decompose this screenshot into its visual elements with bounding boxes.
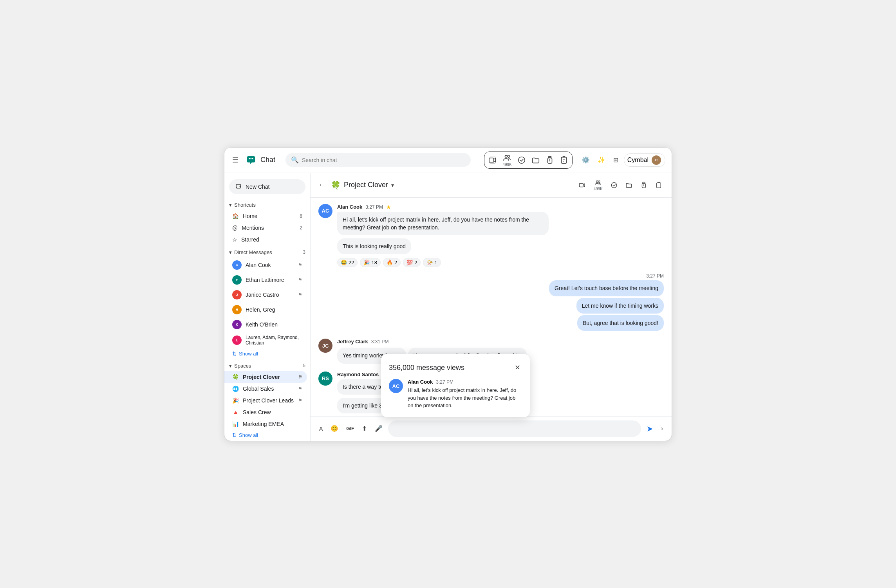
reaction-horn[interactable]: 📯 1: [423, 258, 441, 267]
space-sales-crew[interactable]: 🔺 Sales Crew: [224, 406, 307, 418]
space-project-clover[interactable]: 🍀 Project Clover ⚑: [224, 371, 307, 383]
search-input[interactable]: [302, 157, 465, 163]
video-icon: [488, 156, 497, 164]
title-dropdown-icon[interactable]: ▾: [391, 182, 394, 188]
task-icon: [517, 156, 526, 164]
top-bar: ☰ Chat 🔍: [224, 148, 672, 173]
reaction-count-1: 22: [349, 260, 354, 265]
new-chat-button[interactable]: New Chat: [229, 179, 305, 194]
sidebar-item-starred[interactable]: ☆ Starred: [224, 234, 307, 245]
pin-icon-ethan: ⚑: [298, 277, 302, 283]
dm-helen-greg[interactable]: H Helen, Greg: [224, 302, 307, 317]
chevron-down-icon-spaces: ▾: [229, 363, 232, 369]
shortcuts-header[interactable]: ▾ Shortcuts: [224, 200, 310, 210]
leads-emoji: 🎉: [232, 397, 239, 404]
chevron-down-icon-dm: ▾: [229, 249, 232, 255]
dm-alan-cook[interactable]: A Alan Cook ⚑: [224, 258, 307, 272]
chevron-updown-icon-spaces: ⇅: [232, 432, 237, 438]
sidebar-item-mentions[interactable]: @ Mentions 2: [224, 222, 307, 234]
msg1-bubble-2: This is looking really good: [337, 238, 411, 254]
dm-avatar-keith: K: [232, 320, 242, 329]
reaction-emoji-4: 💯: [406, 260, 413, 265]
dm-header[interactable]: ▾ Direct Messages 3: [224, 247, 310, 258]
dm-avatar-lauren: L: [232, 335, 242, 345]
star-icon: ☆: [232, 236, 237, 243]
mentions-label: Mentions: [242, 225, 296, 231]
dm-ethan-label: Ethan Lattimore: [246, 277, 294, 283]
dm-avatar-helen: H: [232, 305, 242, 314]
message-input-wrap: [388, 420, 641, 437]
message-group-alan: AC Alan Cook 3:27 PM ★ Hi all, let's kic…: [318, 204, 664, 267]
send-button[interactable]: ➤: [644, 422, 656, 436]
gif-icon[interactable]: GIF: [344, 424, 356, 434]
message-avatar-jeffrey: JC: [318, 339, 332, 353]
popup-header: 356,000 message views ✕: [389, 362, 522, 373]
reaction-fire[interactable]: 🔥 2: [383, 258, 401, 267]
dm-show-all[interactable]: ⇅ Show all: [224, 348, 310, 359]
msg3-time: 3:31 PM: [371, 339, 389, 345]
format-text-icon[interactable]: A: [317, 423, 325, 434]
settings-icon[interactable]: ⚙️: [580, 154, 592, 166]
header-video-icon: [579, 182, 586, 189]
header-video-btn[interactable]: [576, 179, 589, 191]
folder-icon: [531, 156, 540, 164]
dm-keith[interactable]: K Keith O'Brien: [224, 317, 307, 332]
marketing-emoji: 📊: [232, 421, 239, 427]
timer-icon: [546, 156, 554, 164]
reaction-laugh[interactable]: 😂 22: [337, 258, 358, 267]
toolbar-folder-btn[interactable]: [531, 156, 540, 164]
spaces-show-all-label: Show all: [239, 432, 258, 438]
dm-janice-castro[interactable]: J Janice Castro ⚑: [224, 287, 307, 302]
popup-msg-content: Alan Cook 3:27 PM Hi all, let's kick off…: [408, 379, 522, 409]
back-button[interactable]: ←: [317, 179, 327, 191]
space-project-clover-leads[interactable]: 🎉 Project Clover Leads ⚑: [224, 395, 307, 406]
space-clover-label: Project Clover: [243, 374, 294, 380]
spark-icon[interactable]: ✨: [595, 154, 608, 166]
popup-close-button[interactable]: ✕: [513, 362, 522, 373]
reaction-party[interactable]: 🎉 18: [360, 258, 380, 267]
emoji-icon[interactable]: 😊: [328, 422, 341, 435]
mentions-badge: 2: [300, 225, 302, 231]
reaction-100[interactable]: 💯 2: [403, 258, 421, 267]
header-folder-btn[interactable]: [622, 179, 636, 191]
dm-lauren-group[interactable]: L Lauren, Adam, Raymond, Christian: [224, 332, 307, 348]
space-leads-label: Project Clover Leads: [243, 397, 294, 404]
expand-icon[interactable]: ›: [659, 423, 665, 435]
dm-avatar-janice: J: [232, 290, 242, 299]
header-timer-btn[interactable]: [637, 179, 650, 191]
msg1-header: Alan Cook 3:27 PM ★: [337, 204, 596, 210]
reaction-count-2: 18: [371, 260, 377, 265]
space-marketing-emea[interactable]: 📊 Marketing EMEA: [224, 418, 307, 430]
grid-icon[interactable]: ⊞: [611, 154, 621, 166]
space-sales-crew-label: Sales Crew: [243, 409, 302, 415]
reaction-emoji-1: 😂: [341, 260, 347, 265]
pin-icon-clover: ⚑: [298, 374, 302, 380]
shortcuts-label: Shortcuts: [234, 202, 256, 208]
outgoing-bubble-1: Great! Let's touch base before the meeti…: [549, 280, 664, 296]
spaces-header[interactable]: ▾ Spaces 5: [224, 361, 310, 371]
header-clipboard-btn[interactable]: [652, 179, 665, 191]
home-icon: 🏠: [232, 213, 239, 219]
toolbar-video-btn[interactable]: [488, 156, 497, 164]
space-global-sales[interactable]: 🌐 Global Sales ⚑: [224, 383, 307, 395]
pin-icon-leads: ⚑: [298, 398, 302, 403]
main-layout: New Chat ▾ Shortcuts 🏠 Home 8 @ Mentions…: [224, 173, 672, 441]
toolbar-clipboard-btn[interactable]: [560, 156, 568, 164]
dm-alan-label: Alan Cook: [246, 262, 294, 268]
header-task-btn[interactable]: [607, 179, 621, 191]
message-input[interactable]: [394, 425, 634, 431]
account-chip[interactable]: Cymbal C: [624, 153, 665, 167]
toolbar-timer-btn[interactable]: [546, 156, 554, 164]
spaces-show-all[interactable]: ⇅ Show all: [224, 430, 310, 440]
dm-ethan-lattimore[interactable]: E Ethan Lattimore ⚑: [224, 272, 307, 287]
upload-icon[interactable]: ⬆: [359, 422, 369, 435]
toolbar-task-btn[interactable]: [517, 156, 526, 164]
space-marketing-label: Marketing EMEA: [243, 421, 302, 427]
hamburger-icon[interactable]: ☰: [231, 154, 240, 166]
popup-msg-text: Hi all, let's kick off project matrix in…: [408, 386, 522, 409]
mic-icon[interactable]: 🎤: [372, 422, 385, 435]
sidebar-item-home[interactable]: 🏠 Home 8: [224, 210, 307, 222]
header-people-btn[interactable]: 499K: [591, 177, 606, 193]
toolbar-people-btn[interactable]: 499K: [502, 153, 511, 167]
global-sales-emoji: 🌐: [232, 386, 239, 392]
